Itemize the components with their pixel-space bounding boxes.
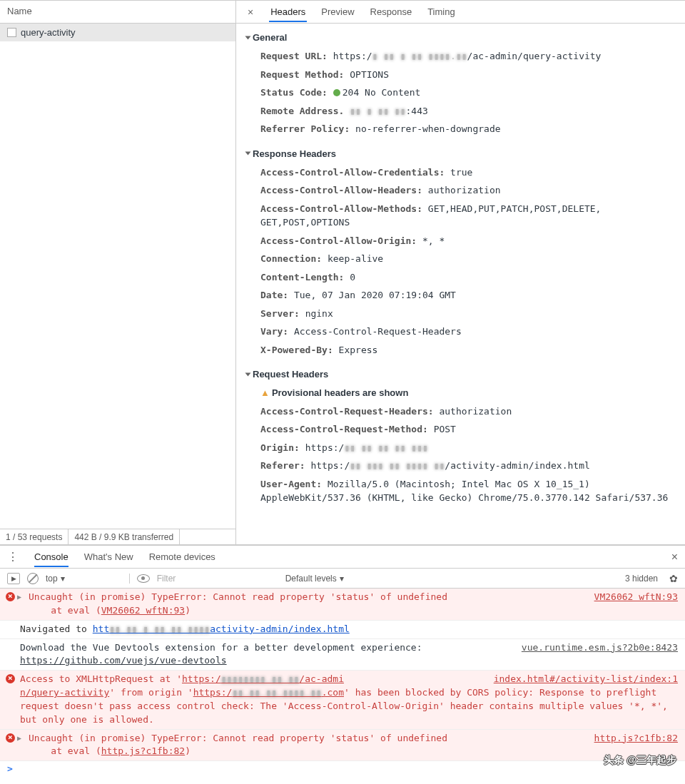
console-error-row[interactable]: ▶ http.js?c1fb:82 Uncaught (in promise) … xyxy=(0,730,685,762)
source-link[interactable]: http.js?c1fb:82 xyxy=(594,732,678,745)
expand-icon[interactable]: ▶ xyxy=(17,733,21,744)
response-header-row: Access-Control-Allow-Headers: authorizat… xyxy=(243,181,685,200)
chevron-down-icon xyxy=(245,152,251,156)
console-nav-row: Navigated to htt▮▮ ▮▮ ▮ ▮▮ ▮▮ ▮▮▮▮activi… xyxy=(0,621,685,639)
hidden-messages[interactable]: 3 hidden xyxy=(621,572,662,585)
transferred-size: 442 B / 9.9 KB transferred xyxy=(68,529,180,545)
clear-console-icon[interactable] xyxy=(27,573,39,584)
header-referer: Referer: https:/▮▮ ▮▮▮ ▮▮ ▮▮▮▮ ▮▮/activi… xyxy=(243,457,685,475)
tab-headers[interactable]: Headers xyxy=(269,1,307,22)
chevron-down-icon: ▾ xyxy=(340,574,344,584)
tab-preview[interactable]: Preview xyxy=(320,1,355,22)
provisional-warning: ▲Provisional headers are shown xyxy=(243,384,685,402)
response-header-row: Access-Control-Allow-Origin: *, * xyxy=(243,232,685,250)
tab-whats-new[interactable]: What's New xyxy=(84,546,133,567)
log-levels-selector[interactable]: Default levels ▾ xyxy=(285,574,344,584)
error-icon xyxy=(6,733,15,743)
tab-remote-devices[interactable]: Remote devices xyxy=(149,546,215,567)
console-error-row[interactable]: ▶ VM26062 wftN:93 Uncaught (in promise) … xyxy=(0,589,685,621)
requests-count: 1 / 53 requests xyxy=(0,529,68,545)
network-status-bar: 1 / 53 requests 442 B / 9.9 KB transferr… xyxy=(0,529,235,544)
console-toolbar: ▶ top ▾ Filter Default levels ▾ 3 hidden… xyxy=(0,569,685,589)
response-header-row: Server: nginx xyxy=(243,305,685,323)
expand-icon[interactable]: ▶ xyxy=(17,592,21,603)
request-name: query-activity xyxy=(21,27,76,38)
section-general[interactable]: General xyxy=(243,28,685,47)
close-icon[interactable]: × xyxy=(245,6,256,18)
source-link[interactable]: index.html#/activity-list/index:1 xyxy=(494,673,678,686)
status-dot-icon xyxy=(333,89,340,96)
warning-icon: ▲ xyxy=(260,387,270,398)
toggle-sidebar-icon[interactable]: ▶ xyxy=(7,573,20,584)
error-icon xyxy=(6,674,15,683)
filter-input[interactable]: Filter xyxy=(157,574,278,584)
request-header-row: Access-Control-Request-Headers: authoriz… xyxy=(243,402,685,421)
response-header-row: Access-Control-Allow-Credentials: true xyxy=(243,163,685,182)
response-header-row: Access-Control-Allow-Methods: GET,HEAD,P… xyxy=(243,200,685,232)
source-link[interactable]: VM26062 wftN:93 xyxy=(594,591,678,604)
tab-response[interactable]: Response xyxy=(369,1,414,22)
response-header-row: Content-Length: 0 xyxy=(243,268,685,287)
watermark: 头条 @三年起步 xyxy=(604,754,676,767)
response-header-row: Connection: keep-alive xyxy=(243,250,685,268)
close-icon[interactable]: × xyxy=(671,551,678,564)
network-requests-panel: Name query-activity 1 / 53 requests 442 … xyxy=(0,1,236,544)
tab-console[interactable]: Console xyxy=(34,546,68,567)
console-info-row: vue.runtime.esm.js?2b0e:8423 Download th… xyxy=(0,639,685,671)
chevron-down-icon: ▾ xyxy=(61,574,65,584)
request-url: Request URL: https:/▮ ▮▮ ▮ ▮▮ ▮▮▮▮.▮▮/ac… xyxy=(243,47,685,66)
kebab-icon[interactable]: ⋮ xyxy=(7,550,19,564)
section-request-headers[interactable]: Request Headers xyxy=(243,365,685,384)
request-method: Request Method: OPTIONS xyxy=(243,66,685,84)
chevron-down-icon xyxy=(245,36,251,39)
remote-address: Remote Address. ▮▮ ▮ ▮▮ ▮▮:443 xyxy=(243,102,685,121)
context-selector[interactable]: top ▾ xyxy=(46,574,130,584)
request-header-row: Access-Control-Request-Method: POST xyxy=(243,420,685,439)
status-code: Status Code: 204 No Content xyxy=(243,83,685,102)
response-header-row: Date: Tue, 07 Jan 2020 07:19:04 GMT xyxy=(243,286,685,305)
chevron-down-icon xyxy=(245,372,251,376)
console-prompt[interactable]: > xyxy=(0,761,685,776)
header-origin: Origin: https:/▮▮ ▮▮ ▮▮ ▮▮ ▮▮▮ xyxy=(243,439,685,457)
live-expression-icon[interactable] xyxy=(137,574,150,583)
request-row[interactable]: query-activity xyxy=(0,24,235,41)
console-output: ▶ VM26062 wftN:93 Uncaught (in promise) … xyxy=(0,589,685,784)
section-response-headers[interactable]: Response Headers xyxy=(243,144,685,163)
error-icon xyxy=(6,592,15,601)
file-icon xyxy=(7,28,16,37)
response-header-row: X-Powered-By: Express xyxy=(243,341,685,360)
name-column-header[interactable]: Name xyxy=(0,1,235,24)
drawer-tabs: ⋮ Console What's New Remote devices × xyxy=(0,546,685,569)
detail-tabs: × Headers Preview Response Timing xyxy=(236,1,685,24)
header-user-agent: User-Agent: Mozilla/5.0 (Macintosh; Inte… xyxy=(243,475,685,507)
tab-timing[interactable]: Timing xyxy=(426,1,457,22)
source-link[interactable]: vue.runtime.esm.js?2b0e:8423 xyxy=(522,641,678,655)
settings-icon[interactable]: ✿ xyxy=(669,573,678,584)
referrer-policy: Referrer Policy: no-referrer-when-downgr… xyxy=(243,120,685,138)
console-error-row[interactable]: index.html#/activity-list/index:1 Access… xyxy=(0,671,685,729)
response-header-row: Vary: Access-Control-Request-Headers xyxy=(243,322,685,341)
